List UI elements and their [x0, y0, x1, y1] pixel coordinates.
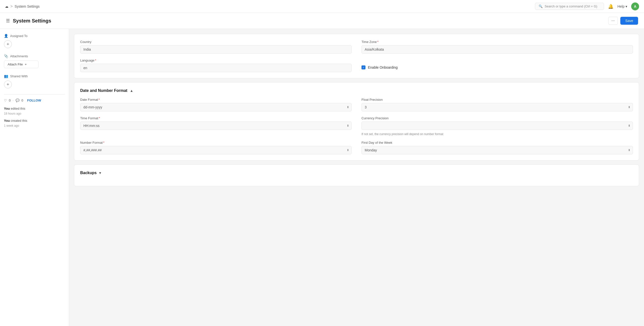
follow-row: ♡ 0 · 💬 0 FOLLOW: [4, 99, 65, 102]
currency-precision-group: Currency Precision ⬍ If not set, the cur…: [362, 116, 633, 136]
date-number-title: Date and Number Format: [80, 88, 127, 93]
heart-icon: ♡: [4, 99, 7, 102]
breadcrumb-separator: >: [10, 4, 12, 9]
time-format-group: Time Format* HH:mm:ss ⬍: [80, 116, 352, 136]
time-format-select-wrapper: HH:mm:ss ⬍: [80, 122, 352, 130]
first-day-select[interactable]: Monday: [362, 146, 633, 154]
time-format-select[interactable]: HH:mm:ss: [80, 122, 352, 130]
activity-item-2: You created this 1 week ago: [4, 118, 65, 128]
paperclip-icon: 📎: [4, 54, 8, 58]
top-settings-grid: Country Time Zone* Language*: [80, 40, 633, 72]
assigned-to-title: 👤 Assigned To: [4, 34, 65, 38]
number-format-label: Number Format*: [80, 141, 352, 144]
avatar[interactable]: A: [631, 3, 639, 10]
date-number-card: Date and Number Format ▲ Date Format* dd…: [74, 82, 639, 161]
logo-icon: ☁: [5, 5, 8, 9]
notification-bell-icon[interactable]: 🔔: [608, 4, 614, 9]
first-day-label: First Day of the Week: [362, 141, 633, 144]
search-bar[interactable]: 🔍 Search or type a command (Ctrl + G): [535, 3, 604, 10]
currency-precision-select[interactable]: [362, 122, 633, 130]
header-left: ☰ System Settings: [6, 18, 51, 24]
breadcrumb-text: System Settings: [14, 5, 40, 9]
shared-with-label: Shared With: [10, 74, 28, 78]
backups-title: Backups: [80, 171, 97, 175]
page-header: ☰ System Settings ··· Save: [0, 13, 644, 29]
timezone-group: Time Zone*: [362, 40, 633, 54]
activity-time-2: 1 week ago: [4, 124, 19, 127]
currency-precision-help: If not set, the currency precision will …: [362, 132, 633, 136]
activity-action-2: created this: [10, 119, 27, 123]
top-navigation: ☁ > System Settings 🔍 Search or type a c…: [0, 0, 644, 13]
page-title: System Settings: [13, 18, 51, 24]
comment-icon: 💬: [16, 99, 20, 102]
share-icon: 👥: [4, 74, 8, 78]
add-assigned-button[interactable]: +: [4, 40, 12, 48]
plus-icon: +: [25, 63, 27, 66]
cloud-icon: ☁: [5, 5, 8, 9]
dot-separator: ·: [12, 99, 14, 102]
hamburger-icon[interactable]: ☰: [6, 18, 10, 24]
activity-actor-1: You: [4, 107, 10, 110]
country-group: Country: [80, 40, 352, 54]
float-precision-label: Float Precision: [362, 98, 633, 102]
assigned-to-section: 👤 Assigned To +: [4, 34, 65, 48]
currency-precision-label: Currency Precision: [362, 116, 633, 120]
follow-button[interactable]: FOLLOW: [27, 99, 41, 102]
language-input[interactable]: [80, 64, 352, 72]
date-number-toggle[interactable]: ▲: [130, 89, 133, 93]
more-options-button[interactable]: ···: [608, 17, 618, 25]
date-format-select[interactable]: dd-mm-yyyy: [80, 103, 352, 111]
first-day-group: First Day of the Week Monday ⬍: [362, 141, 633, 154]
person-icon: 👤: [4, 34, 8, 38]
date-format-label: Date Format*: [80, 98, 352, 102]
search-placeholder: Search or type a command (Ctrl + G): [544, 5, 597, 8]
activity-item-1: You edited this 18 hours ago: [4, 106, 65, 116]
float-precision-select-wrapper: 3 ⬍: [362, 103, 633, 111]
add-shared-button[interactable]: +: [4, 81, 12, 88]
backups-toggle[interactable]: ▾: [99, 171, 101, 175]
float-precision-group: Float Precision 3 ⬍: [362, 98, 633, 111]
enable-onboarding-checkbox[interactable]: ✓: [362, 66, 366, 69]
attachments-title: 📎 Attachments: [4, 54, 65, 58]
activity-actor-2: You: [4, 119, 10, 123]
attachments-label: Attachments: [10, 54, 28, 58]
enable-onboarding-label: Enable Onboarding: [368, 66, 398, 69]
header-right: ··· Save: [608, 17, 638, 25]
number-format-select-wrapper: #,##,###.## ⬍: [80, 146, 352, 154]
timezone-input[interactable]: [362, 45, 633, 54]
float-precision-select[interactable]: 3: [362, 103, 633, 111]
enable-onboarding-group: ✓ Enable Onboarding: [362, 59, 633, 72]
comments-count: 0: [22, 99, 23, 102]
top-settings-card: Country Time Zone* Language*: [74, 34, 639, 78]
backups-header: Backups ▾: [80, 171, 633, 175]
number-format-group: Number Format* #,##,###.## ⬍: [80, 141, 352, 154]
shared-with-section: 👥 Shared With +: [4, 74, 65, 88]
search-icon: 🔍: [539, 5, 542, 8]
country-label: Country: [80, 40, 352, 44]
activity-time-1: 18 hours ago: [4, 112, 21, 115]
chevron-down-icon: ▾: [626, 5, 627, 9]
timezone-label: Time Zone*: [362, 40, 633, 44]
number-format-select[interactable]: #,##,###.##: [80, 146, 352, 154]
attach-file-button[interactable]: Attach File +: [4, 61, 38, 68]
sidebar-divider: [4, 94, 65, 95]
activity-action-1: edited this: [10, 107, 25, 110]
nav-left: ☁ > System Settings: [5, 4, 40, 9]
date-number-header: Date and Number Format ▲: [80, 88, 633, 93]
sidebar: 👤 Assigned To + 📎 Attachments Attach Fil…: [0, 29, 69, 326]
country-input[interactable]: [80, 45, 352, 54]
backups-card: Backups ▾: [74, 164, 639, 186]
assigned-to-label: Assigned To: [10, 34, 28, 38]
attachments-section: 📎 Attachments Attach File +: [4, 54, 65, 68]
main-content: Country Time Zone* Language*: [69, 29, 644, 326]
date-format-group: Date Format* dd-mm-yyyy ⬍: [80, 98, 352, 111]
main-layout: 👤 Assigned To + 📎 Attachments Attach Fil…: [0, 29, 644, 326]
language-group: Language*: [80, 59, 352, 72]
enable-onboarding-row: ✓ Enable Onboarding: [362, 66, 633, 69]
help-label: Help: [617, 5, 624, 9]
first-day-select-wrapper: Monday ⬍: [362, 146, 633, 154]
language-label: Language*: [80, 59, 352, 62]
attach-file-label: Attach File: [8, 63, 23, 66]
help-button[interactable]: Help ▾: [617, 5, 627, 9]
save-button[interactable]: Save: [620, 17, 638, 25]
